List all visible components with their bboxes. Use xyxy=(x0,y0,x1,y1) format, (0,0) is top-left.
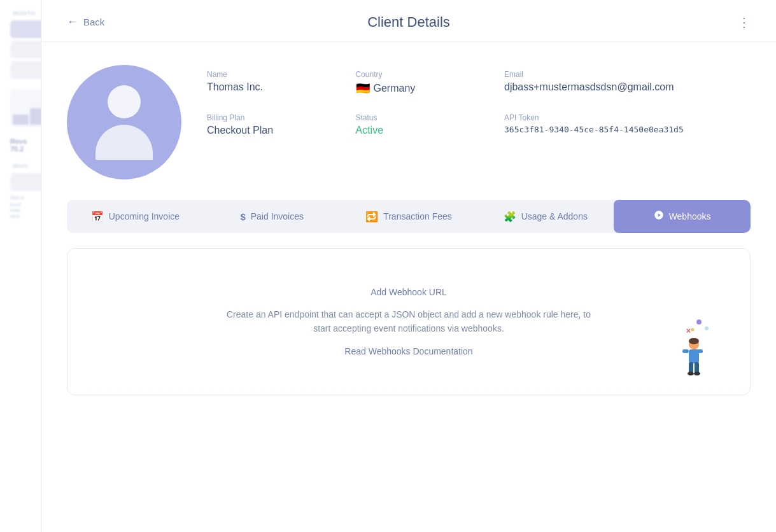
avatar-icon xyxy=(95,85,153,160)
svg-point-0 xyxy=(696,319,702,325)
sidebar-revenue-label: Reve xyxy=(10,137,41,145)
svg-point-1 xyxy=(705,326,709,330)
country-flag-icon: 🇩🇪 xyxy=(356,81,370,95)
webhooks-content-area: Add Webhook URL Create an API endpoint t… xyxy=(67,248,751,395)
avatar xyxy=(67,65,181,179)
client-info-section: Name Thomas Inc. Country 🇩🇪 Germany Emai… xyxy=(41,42,776,200)
email-value: djbass+mustermasdsdsn@gmail.com xyxy=(504,81,751,93)
tab-upcoming-invoice-label: Upcoming Invoice xyxy=(109,211,180,221)
name-label: Name xyxy=(207,70,330,79)
svg-rect-9 xyxy=(682,349,689,353)
page-title: Client Details xyxy=(367,14,450,31)
usage-addons-icon: 🧩 xyxy=(504,211,516,223)
back-arrow-icon: ← xyxy=(67,15,78,29)
billing-plan-group: Billing Plan Checkout Plan xyxy=(207,113,330,136)
client-details-grid: Name Thomas Inc. Country 🇩🇪 Germany Emai… xyxy=(207,65,751,136)
api-token-value: 365c3f81-9340-45ce-85f4-1450e0ea31d5 xyxy=(504,125,751,134)
more-menu-button[interactable]: ⋮ xyxy=(738,16,751,29)
sidebar-invo-text: See a xyxy=(10,193,41,202)
tab-transaction-fees[interactable]: 🔁 Transaction Fees xyxy=(341,200,477,233)
tab-transaction-fees-label: Transaction Fees xyxy=(383,211,452,221)
status-value: Active xyxy=(356,125,479,136)
svg-rect-10 xyxy=(696,349,703,353)
svg-point-12 xyxy=(694,372,700,375)
email-label: Email xyxy=(504,70,751,79)
left-sidebar: month Reve 70.2 INVO See a invoi Vide xyxy=(0,0,41,532)
svg-point-2 xyxy=(691,328,695,331)
avatar-body xyxy=(95,125,153,160)
tabs-container: 📅 Upcoming Invoice $ Paid Invoices 🔁 Tra… xyxy=(67,200,751,233)
name-group: Name Thomas Inc. xyxy=(207,70,330,95)
billing-plan-value: Checkout Plan xyxy=(207,125,330,136)
country-value: 🇩🇪 Germany xyxy=(356,81,479,95)
country-name: Germany xyxy=(374,83,416,94)
country-label: Country xyxy=(356,70,479,79)
read-webhooks-docs-link[interactable]: Read Webhooks Documentation xyxy=(344,346,472,356)
back-label: Back xyxy=(83,17,104,27)
tab-paid-invoices[interactable]: $ Paid Invoices xyxy=(204,200,341,233)
status-group: Status Active xyxy=(356,113,479,136)
back-button[interactable]: ← Back xyxy=(67,15,104,29)
webhooks-icon xyxy=(654,210,664,223)
sidebar-invo-label: INVO xyxy=(10,163,41,169)
tab-usage-addons[interactable]: 🧩 Usage & Addons xyxy=(477,200,614,233)
svg-text:×: × xyxy=(686,326,691,335)
tab-upcoming-invoice[interactable]: 📅 Upcoming Invoice xyxy=(67,200,204,233)
name-value: Thomas Inc. xyxy=(207,81,330,93)
email-group: Email djbass+mustermasdsdsn@gmail.com xyxy=(504,70,751,95)
svg-point-11 xyxy=(688,372,694,375)
tab-usage-addons-label: Usage & Addons xyxy=(521,211,588,221)
main-content: ← Back Client Details ⋮ Nam xyxy=(41,0,776,532)
api-token-group: API Token 365c3f81-9340-45ce-85f4-1450e0… xyxy=(504,113,751,136)
tab-webhooks[interactable]: Webhooks xyxy=(614,200,751,233)
upcoming-invoice-icon: 📅 xyxy=(91,211,104,223)
tab-paid-invoices-label: Paid Invoices xyxy=(251,211,304,221)
transaction-fees-icon: 🔁 xyxy=(365,211,378,223)
tab-webhooks-label: Webhooks xyxy=(669,211,711,221)
country-group: Country 🇩🇪 Germany xyxy=(356,70,479,95)
webhook-illustration: × xyxy=(661,316,712,379)
webhook-description: Create an API endpoint that can accept a… xyxy=(218,307,600,336)
add-webhook-url-link[interactable]: Add Webhook URL xyxy=(370,287,447,297)
status-label: Status xyxy=(356,113,479,122)
avatar-container xyxy=(67,65,181,179)
api-token-label: API Token xyxy=(504,113,751,122)
svg-point-5 xyxy=(689,338,699,344)
sidebar-revenue-value: 70.2 xyxy=(10,145,41,153)
page-header: ← Back Client Details ⋮ xyxy=(41,0,776,42)
avatar-head xyxy=(108,85,141,118)
billing-plan-label: Billing Plan xyxy=(207,113,330,122)
paid-invoices-icon: $ xyxy=(240,211,245,222)
